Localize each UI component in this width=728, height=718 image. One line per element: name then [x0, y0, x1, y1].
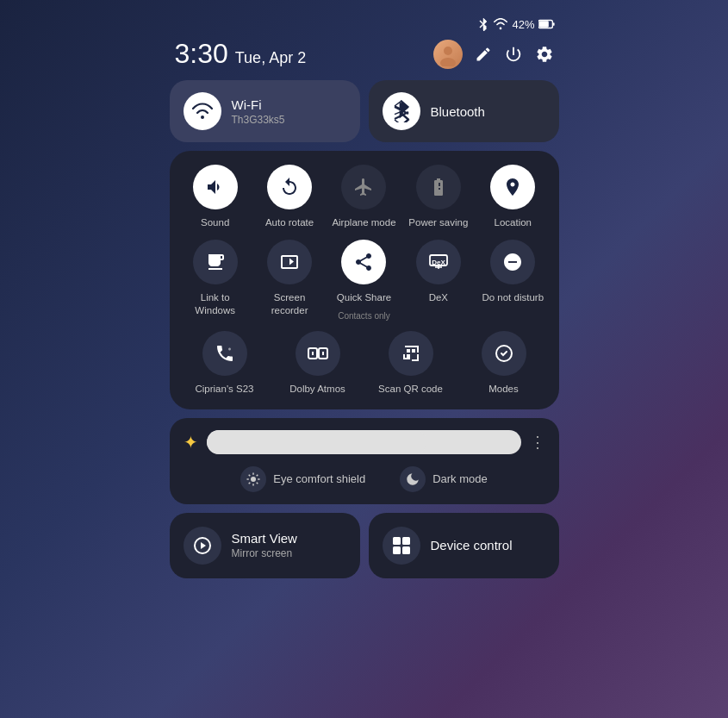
brightness-menu-icon[interactable]: ⋮ — [530, 433, 545, 452]
svg-line-1 — [480, 24, 483, 28]
bluetooth-label: Bluetooth — [431, 104, 485, 119]
device-control-text: Device control — [431, 538, 513, 553]
svg-point-24 — [251, 477, 256, 482]
quick-share-label: Quick Share — [337, 291, 391, 304]
eye-comfort-option[interactable]: Eye comfort shield — [240, 466, 365, 492]
location-tile[interactable]: Location — [480, 165, 545, 229]
device-control-label: Device control — [431, 538, 513, 553]
auto-rotate-tile[interactable]: Auto rotate — [257, 165, 322, 229]
airplane-label: Airplane mode — [332, 216, 395, 229]
link-to-windows-icon — [193, 240, 238, 284]
quick-share-tile[interactable]: Quick Share Contacts only — [331, 240, 396, 321]
sound-icon — [193, 165, 238, 209]
airplane-icon — [341, 165, 386, 209]
svg-rect-20 — [407, 349, 410, 353]
wifi-tile[interactable]: Wi-Fi Th3G33ks5 — [170, 80, 360, 142]
display-options: Eye comfort shield Dark mode — [184, 466, 545, 492]
quick-share-sub: Contacts only — [338, 311, 390, 321]
dark-mode-option[interactable]: Dark mode — [400, 466, 488, 492]
smart-view-tile[interactable]: Smart View Mirror screen — [170, 513, 360, 578]
brightness-panel: ✦ ⋮ Eye comfort shield — [170, 418, 559, 504]
brightness-fill — [207, 430, 427, 454]
svg-rect-29 — [393, 546, 401, 554]
eye-comfort-icon — [240, 466, 266, 492]
wifi-text: Wi-Fi Th3G33ks5 — [232, 97, 285, 126]
svg-line-0 — [480, 21, 483, 24]
status-bar: 42% — [166, 17, 563, 34]
sound-label: Sound — [201, 216, 229, 229]
header: 3:30 Tue, Apr 2 — [166, 34, 563, 80]
dex-label: DeX — [429, 291, 448, 304]
svg-rect-21 — [412, 349, 415, 353]
ciprian-s23-tile[interactable]: Ciprian's S23 — [192, 331, 258, 396]
smart-view-text: Smart View Mirror screen — [232, 531, 297, 559]
modes-label: Modes — [488, 383, 519, 396]
dex-tile[interactable]: DeX DeX — [406, 240, 471, 321]
modes-icon — [482, 331, 526, 376]
top-tiles: Wi-Fi Th3G33ks5 — [166, 80, 563, 151]
auto-rotate-icon — [267, 165, 312, 209]
link-to-windows-tile[interactable]: Link to Windows — [183, 240, 248, 321]
scan-qr-tile[interactable]: Scan QR code — [378, 331, 444, 396]
battery-percentage: 42% — [512, 18, 534, 31]
device-control-tile[interactable]: Device control — [369, 513, 559, 578]
bluetooth-tile[interactable]: Bluetooth — [369, 80, 559, 142]
eye-comfort-label: Eye comfort shield — [273, 472, 365, 485]
location-label: Location — [495, 216, 532, 229]
grid-row-3: Ciprian's S23 Dolby Atmos — [178, 331, 551, 396]
screen-recorder-label: Screen recorder — [257, 291, 322, 317]
svg-point-7 — [201, 116, 204, 119]
scan-qr-label: Scan QR code — [378, 383, 443, 396]
bluetooth-status-icon — [477, 17, 489, 31]
scan-qr-icon — [389, 331, 433, 376]
wifi-sub: Th3G33ks5 — [232, 114, 285, 126]
screen-recorder-icon — [267, 240, 312, 284]
dolby-atmos-icon — [296, 331, 340, 376]
power-saving-icon — [416, 165, 461, 209]
power-saving-tile[interactable]: Power saving — [406, 165, 471, 229]
bluetooth-icon — [383, 92, 420, 130]
bottom-tiles: Smart View Mirror screen Device control — [166, 513, 563, 578]
svg-text:DeX: DeX — [432, 259, 445, 266]
settings-button[interactable] — [535, 45, 554, 64]
dex-icon: DeX — [416, 240, 461, 284]
ciprian-s23-icon — [202, 331, 247, 376]
svg-rect-27 — [393, 537, 401, 545]
power-saving-label: Power saving — [408, 216, 468, 229]
svg-marker-26 — [201, 542, 206, 549]
dark-mode-label: Dark mode — [432, 472, 488, 485]
dolby-atmos-label: Dolby Atmos — [289, 383, 345, 396]
power-button[interactable] — [504, 45, 523, 64]
dolby-atmos-tile[interactable]: Dolby Atmos — [285, 331, 351, 396]
link-to-windows-label: Link to Windows — [183, 291, 248, 317]
dark-mode-icon — [400, 466, 426, 492]
battery-icon — [538, 19, 556, 29]
wifi-icon — [184, 92, 221, 130]
do-not-disturb-tile[interactable]: Do not disturb — [480, 240, 545, 321]
svg-point-6 — [440, 58, 456, 66]
avatar[interactable] — [433, 40, 463, 69]
brightness-row: ✦ ⋮ — [184, 430, 545, 454]
brightness-bar[interactable] — [207, 430, 521, 454]
smart-view-label: Smart View — [232, 531, 297, 546]
status-icons: 42% — [477, 17, 555, 31]
clock: 3:30 — [175, 38, 228, 70]
auto-rotate-label: Auto rotate — [265, 216, 314, 229]
time-date: 3:30 Tue, Apr 2 — [175, 38, 307, 70]
svg-rect-4 — [552, 22, 554, 26]
grid-row-2: Link to Windows Screen recorder Quic — [178, 240, 551, 321]
edit-button[interactable] — [475, 46, 492, 63]
ciprian-s23-label: Ciprian's S23 — [195, 383, 253, 396]
svg-rect-28 — [402, 537, 410, 545]
device-control-icon — [383, 527, 420, 565]
screen-recorder-tile[interactable]: Screen recorder — [257, 240, 322, 321]
smart-view-sub: Mirror screen — [232, 547, 297, 559]
wifi-status-icon — [493, 18, 508, 30]
airplane-tile[interactable]: Airplane mode — [331, 165, 396, 229]
grid-row-1: Sound Auto rotate Airplane mode — [178, 165, 551, 229]
modes-tile[interactable]: Modes — [471, 331, 537, 396]
do-not-disturb-icon — [490, 240, 535, 284]
header-actions — [433, 40, 554, 69]
sound-tile[interactable]: Sound — [183, 165, 248, 229]
bluetooth-text: Bluetooth — [431, 104, 485, 119]
